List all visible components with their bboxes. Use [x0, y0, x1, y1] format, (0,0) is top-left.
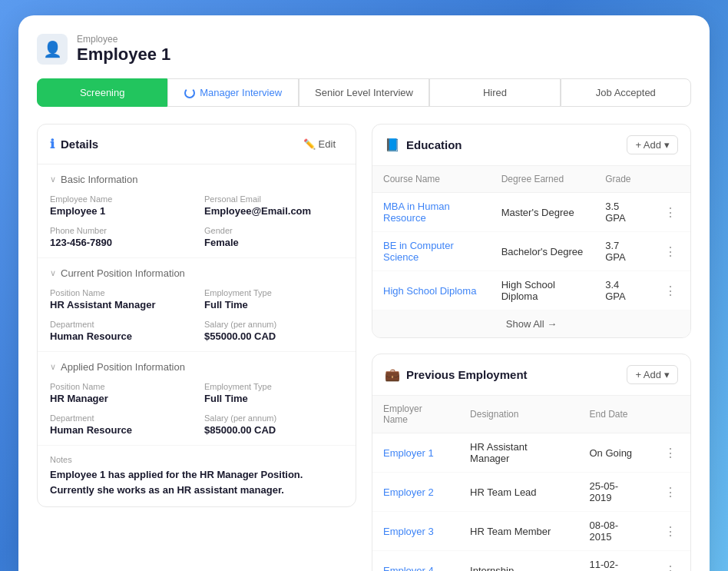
degree-cell: Bachelor's Degree — [491, 232, 594, 271]
more-button[interactable]: ⋮ — [661, 562, 680, 572]
edit-icon: ✏️ — [303, 138, 316, 150]
table-row: Employer 1 HR Assistant Manager On Going… — [372, 433, 690, 473]
enddate-cell: 25-05-2019 — [578, 473, 650, 512]
field: Salary (per annum) $85000.00 CAD — [204, 413, 343, 436]
field-value: HR Assistant Manager — [50, 299, 189, 310]
course-link[interactable]: High School Diploma — [383, 285, 476, 297]
step-label: Job Accepted — [596, 87, 656, 98]
step-senior-interview[interactable]: Senior Level Interview — [299, 78, 429, 107]
employer-link[interactable]: Employer 2 — [383, 486, 434, 498]
field: Phone Number 123-456-7890 — [50, 226, 189, 248]
grade-cell: 3.4 GPA — [594, 271, 650, 310]
employment-header: 💼 Previous Employment + Add ▾ — [372, 354, 690, 396]
more-button[interactable]: ⋮ — [661, 243, 680, 261]
details-section: ℹ Details ✏️ Edit ∨ Basic Information Em… — [37, 124, 356, 507]
course-link[interactable]: BE in Computer Science — [383, 240, 454, 263]
employment-col-designation: Designation — [459, 396, 578, 433]
current-position-fields: Position Name HR Assistant ManagerEmploy… — [50, 288, 343, 342]
grade-cell: 3.5 GPA — [594, 193, 650, 232]
employment-table: Employer Name Designation End Date Emplo… — [372, 396, 690, 571]
field-label: Phone Number — [50, 226, 189, 235]
chevron-down-icon: ▾ — [664, 369, 670, 380]
employee-name: Employee 1 — [77, 45, 170, 65]
chevron-down-icon: ▾ — [664, 139, 670, 151]
designation-cell: HR Team Member — [459, 512, 578, 551]
add-employment-button[interactable]: + Add ▾ — [627, 365, 678, 384]
details-title: ℹ Details — [50, 137, 98, 151]
table-row: MBA in Human Resource Master's Degree 3.… — [372, 193, 690, 232]
header-text: Employee Employee 1 — [77, 34, 170, 65]
notes-label: Notes — [50, 455, 343, 464]
show-all-link[interactable]: Show All → — [506, 318, 557, 330]
header: 👤 Employee Employee 1 — [37, 34, 691, 65]
enddate-cell: 08-08-2015 — [578, 512, 650, 551]
step-hired[interactable]: Hired — [429, 78, 560, 107]
education-col-grade: Grade — [594, 166, 650, 193]
basic-info-title: ∨ Basic Information — [50, 174, 343, 185]
table-row: Employer 4 Internship 11-02-2013 ⋮ — [372, 551, 690, 572]
employment-col-actions — [650, 396, 690, 433]
more-button[interactable]: ⋮ — [661, 523, 680, 540]
field-label: Employee Name — [50, 194, 189, 204]
step-label: Senior Level Interview — [315, 87, 413, 98]
more-button[interactable]: ⋮ — [661, 483, 680, 501]
enddate-cell: On Going — [578, 433, 650, 473]
more-button[interactable]: ⋮ — [661, 204, 680, 221]
field: Department Human Resource — [50, 413, 189, 436]
degree-cell: Master's Degree — [491, 193, 594, 232]
designation-cell: Internship — [459, 551, 578, 572]
employment-icon: 💼 — [385, 367, 400, 382]
education-col-course: Course Name — [372, 166, 491, 193]
table-row: Employer 2 HR Team Lead 25-05-2019 ⋮ — [372, 473, 690, 512]
employer-link[interactable]: Employer 1 — [383, 447, 434, 459]
right-panel: 📘 Education + Add ▾ Course Name Degree E… — [372, 124, 691, 571]
add-education-button[interactable]: + Add ▾ — [627, 135, 678, 154]
field-label: Department — [50, 413, 189, 423]
applied-position-fields: Position Name HR ManagerEmployment Type … — [50, 382, 343, 436]
left-panel: ℹ Details ✏️ Edit ∨ Basic Information Em… — [37, 124, 356, 571]
step-job-accepted[interactable]: Job Accepted — [561, 78, 691, 107]
notes-section: Notes Employee 1 has applied for the HR … — [38, 446, 356, 506]
avatar-icon: 👤 — [37, 34, 68, 65]
details-header: ℹ Details ✏️ Edit — [38, 124, 356, 164]
step-manager-interview[interactable]: Manager Interview — [167, 78, 298, 107]
field-value: $55000.00 CAD — [204, 330, 343, 342]
education-table: Course Name Degree Earned Grade MBA in H… — [372, 166, 690, 337]
field: Employment Type Full Time — [204, 288, 343, 310]
designation-cell: HR Assistant Manager — [459, 433, 578, 473]
education-col-degree: Degree Earned — [491, 166, 594, 193]
employment-title: 💼 Previous Employment — [385, 367, 528, 382]
field-value: Human Resource — [50, 424, 189, 436]
field: Position Name HR Manager — [50, 382, 189, 404]
table-row: Employer 3 HR Team Member 08-08-2015 ⋮ — [372, 512, 690, 551]
field-value: Employee@Email.com — [204, 205, 343, 217]
field: Personal Email Employee@Email.com — [204, 194, 343, 217]
field-label: Position Name — [50, 382, 189, 391]
course-link[interactable]: MBA in Human Resource — [383, 201, 450, 224]
employee-label: Employee — [77, 34, 170, 45]
step-label: Screening — [80, 87, 125, 98]
chevron-icon: ∨ — [50, 362, 56, 372]
degree-cell: High School Diploma — [491, 271, 594, 310]
field: Gender Female — [204, 226, 343, 248]
main-content: ℹ Details ✏️ Edit ∨ Basic Information Em… — [37, 124, 691, 571]
step-screening[interactable]: Screening — [37, 78, 167, 107]
more-button[interactable]: ⋮ — [661, 282, 680, 300]
employer-link[interactable]: Employer 4 — [383, 565, 434, 572]
field: Salary (per annum) $55000.00 CAD — [204, 320, 343, 342]
field-label: Employment Type — [204, 382, 343, 391]
field-value: Female — [204, 237, 343, 248]
field-value: $85000.00 CAD — [204, 424, 343, 436]
employment-section: 💼 Previous Employment + Add ▾ Employer N… — [372, 354, 691, 571]
field-label: Department — [50, 320, 189, 329]
employer-link[interactable]: Employer 3 — [383, 526, 434, 537]
more-button[interactable]: ⋮ — [661, 444, 680, 462]
field-label: Salary (per annum) — [204, 320, 343, 329]
notes-value: Employee 1 has applied for the HR Manage… — [50, 467, 343, 497]
edit-button[interactable]: ✏️ Edit — [296, 135, 343, 153]
field-value: 123-456-7890 — [50, 237, 189, 248]
field-value: Full Time — [204, 393, 343, 404]
field-value: Human Resource — [50, 330, 189, 342]
education-icon: 📘 — [385, 138, 400, 152]
chevron-icon: ∨ — [50, 268, 56, 278]
